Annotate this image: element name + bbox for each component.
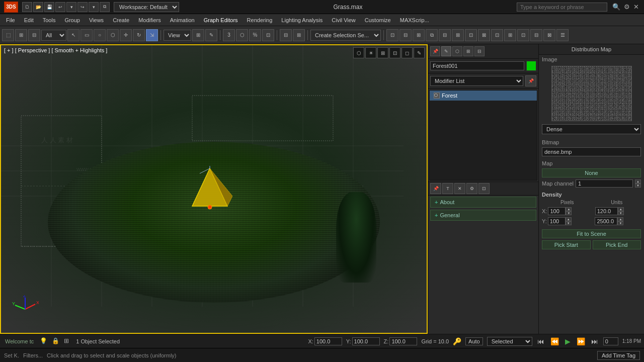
toolbar-icon10[interactable]: ⊞ <box>504 29 516 41</box>
pick-end-btn[interactable]: Pick End <box>593 240 641 249</box>
move-tool-btn[interactable]: ✛ <box>120 29 132 41</box>
select-region-circ[interactable]: ○ <box>94 29 106 41</box>
configure-mod-btn[interactable]: ⚙ <box>466 183 477 194</box>
nav-icon-display[interactable]: ✎ <box>441 46 451 56</box>
go-to-end-btn[interactable]: ⏭ <box>590 337 599 345</box>
menu-civil[interactable]: Civil View <box>328 16 359 24</box>
save-file-btn[interactable]: 💾 <box>44 2 54 12</box>
nav-icon-pin[interactable]: 📌 <box>430 46 440 56</box>
close-icon[interactable]: ✕ <box>632 3 640 11</box>
x-pixels-down[interactable]: ▼ <box>566 211 572 215</box>
align-btn[interactable]: ⊞ <box>192 29 204 41</box>
x-coord-input[interactable]: 100.0 <box>314 337 342 345</box>
object-name-input[interactable]: Forest001 <box>430 61 524 70</box>
layer-icon[interactable]: ☰ <box>556 29 569 41</box>
map-channel-down[interactable]: ▼ <box>635 184 641 188</box>
play-btn[interactable]: ▶ <box>564 337 572 345</box>
toolbar-icon11[interactable]: ⊡ <box>517 29 529 41</box>
menu-rendering[interactable]: Rendering <box>243 16 277 24</box>
modifier-pin-btn[interactable]: 📌 <box>525 75 536 86</box>
vp-icon-1[interactable]: ⬡ <box>353 47 364 58</box>
render-btn[interactable]: 3 <box>223 29 235 41</box>
menu-group[interactable]: Group <box>60 16 84 24</box>
menu-edit[interactable]: Edit <box>20 16 38 24</box>
redo-dropdown[interactable]: ▾ <box>89 2 99 12</box>
pick-start-btn[interactable]: Pick Start <box>542 240 591 249</box>
vp-icon-4[interactable]: ⊡ <box>389 47 400 58</box>
select-region-btn[interactable]: ⬚ <box>2 29 14 41</box>
mod-tool5[interactable]: ⊡ <box>478 183 490 194</box>
x-units-input[interactable]: 120.0 <box>595 207 618 215</box>
nav-icon-hierarchy[interactable]: ⊞ <box>463 46 473 56</box>
filter-dropdown[interactable]: All <box>41 30 66 41</box>
render2-btn[interactable]: ⬡ <box>236 29 248 41</box>
search-input[interactable] <box>517 3 607 12</box>
y-pixels-up[interactable]: ▲ <box>566 217 572 221</box>
menu-graph-editors[interactable]: Graph Editors <box>200 16 242 24</box>
menu-maxscript[interactable]: MAXScrip... <box>396 16 433 24</box>
toolbar-icon7[interactable]: ⊡ <box>465 29 477 41</box>
menu-modifiers[interactable]: Modifiers <box>134 16 165 24</box>
toolbar-icon4[interactable]: ⧉ <box>426 29 438 41</box>
undo-dropdown[interactable]: ▾ <box>66 2 76 12</box>
frame-input[interactable]: 0 <box>603 337 618 345</box>
filters-label[interactable]: Filters... <box>23 352 43 358</box>
toolbar-icon3[interactable]: ⊞ <box>413 29 425 41</box>
toolbar-icon6[interactable]: ⊞ <box>452 29 464 41</box>
open-file-btn[interactable]: 📂 <box>33 2 43 12</box>
menu-tools[interactable]: Tools <box>39 16 60 24</box>
remove-mod-btn[interactable]: ✕ <box>454 183 465 194</box>
vp-icon-2[interactable]: ☀ <box>365 47 376 58</box>
toolbar-icon8[interactable]: ⊠ <box>478 29 490 41</box>
menu-animation[interactable]: Animation <box>166 16 199 24</box>
settings-icon[interactable]: ⚙ <box>623 3 631 11</box>
snap-btn[interactable]: ✎ <box>205 29 217 41</box>
toolbar-icon5[interactable]: ⊟ <box>439 29 451 41</box>
vp-icon-5[interactable]: ◻ <box>401 47 413 58</box>
menu-file[interactable]: File <box>2 16 19 24</box>
dist-map-image[interactable] <box>551 66 632 121</box>
pyramid-object[interactable] <box>187 166 232 212</box>
scale-tool-btn[interactable]: ⇲ <box>146 29 158 41</box>
go-to-start-btn[interactable]: ⏮ <box>536 337 545 345</box>
array-btn[interactable]: ⊞ <box>293 29 305 41</box>
redo-btn[interactable]: ↪ <box>77 2 88 12</box>
window-crossing-btn[interactable]: ⊞ <box>15 29 27 41</box>
x-pixels-input[interactable]: 100 <box>548 207 566 215</box>
toolbar-extra1[interactable]: ⊟ <box>28 29 40 41</box>
y-pixels-down[interactable]: ▼ <box>566 221 572 225</box>
vp-icon-3[interactable]: ⊞ <box>377 47 388 58</box>
fit-to-scene-btn[interactable]: Fit to Scene <box>542 229 641 238</box>
about-section[interactable]: + About <box>430 197 536 208</box>
map-channel-up[interactable]: ▲ <box>635 179 641 184</box>
preset-dropdown[interactable]: Dense Sparse Custom <box>542 124 641 134</box>
vp-icon-6[interactable]: ✎ <box>414 47 425 58</box>
prev-frame-btn[interactable]: ⏪ <box>549 337 560 345</box>
new-file-btn[interactable]: 🗋 <box>22 2 32 12</box>
nav-icon-utilities[interactable]: ⊟ <box>474 46 485 56</box>
modifier-forest[interactable]: ⬡ Forest <box>430 90 537 101</box>
select-obj-btn[interactable]: ↖ <box>67 29 79 41</box>
scene-states-btn[interactable]: ⧉ <box>100 2 110 12</box>
y-units-down[interactable]: ▼ <box>617 221 623 225</box>
pin-stack-btn[interactable]: 📌 <box>430 183 441 194</box>
map-channel-input[interactable]: 1 <box>576 179 633 188</box>
toolbar-icon1[interactable]: ⊡ <box>386 29 398 41</box>
toolbar-icon12[interactable]: ⊟ <box>530 29 542 41</box>
select-region-rect[interactable]: ▭ <box>80 29 93 41</box>
toolbar-icon13[interactable]: ⊠ <box>543 29 555 41</box>
z-coord-input[interactable]: 100.0 <box>389 337 417 345</box>
menu-views[interactable]: Views <box>85 16 108 24</box>
x-pixels-up[interactable]: ▲ <box>566 207 572 211</box>
menu-lighting[interactable]: Lighting Analysis <box>277 16 327 24</box>
workspace-selector[interactable]: Workspace: Default <box>114 2 179 12</box>
render3-btn[interactable]: % <box>249 29 261 41</box>
next-frame-btn[interactable]: ⏩ <box>576 337 586 345</box>
auto-key-btn[interactable]: Auto <box>465 337 483 345</box>
y-units-input[interactable]: 2500.0 <box>595 217 617 225</box>
y-units-up[interactable]: ▲ <box>617 217 623 221</box>
add-time-tag-btn[interactable]: Add Time Tag <box>597 351 640 360</box>
search-icon[interactable]: 🔍 <box>611 3 621 11</box>
undo-btn[interactable]: ↩ <box>55 2 65 12</box>
y-coord-input[interactable]: 100.0 <box>352 337 380 345</box>
